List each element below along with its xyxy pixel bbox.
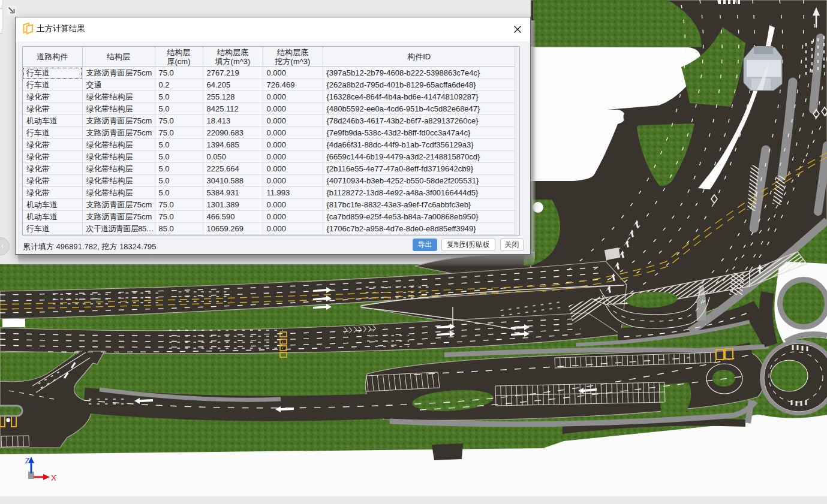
svg-text:X: X: [51, 473, 56, 482]
svg-text:Z: Z: [25, 457, 29, 465]
